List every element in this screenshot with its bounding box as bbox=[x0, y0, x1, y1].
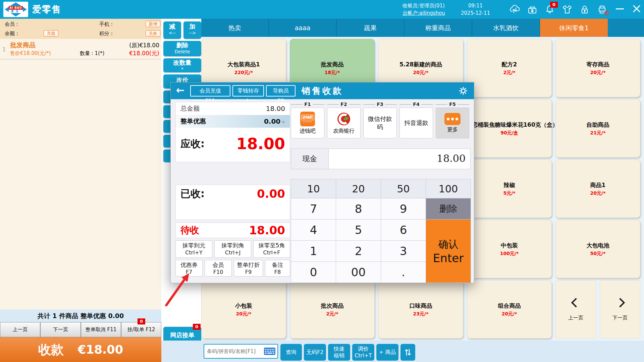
numpad-key-enter[interactable]: 确认 Enter bbox=[426, 220, 471, 283]
order-discount-button[interactable]: 整单打折 F9 bbox=[234, 260, 263, 277]
change-qty-button[interactable]: 改数量 * bbox=[163, 58, 201, 72]
void-order-button[interactable]: 整单取消 F11 bbox=[81, 322, 121, 337]
product-price: 18元/* bbox=[325, 70, 340, 76]
round-to-half-jiao-shortcut: Ctrl+F bbox=[254, 249, 290, 256]
time: 09:11 bbox=[456, 2, 495, 9]
product-name: 大包电池 bbox=[587, 242, 609, 249]
shirt-icon[interactable] bbox=[561, 4, 573, 15]
numpad-key-00[interactable]: 00 bbox=[336, 262, 381, 283]
payment-tile-douyin-refund[interactable]: F4 抖音退款 bbox=[399, 102, 433, 138]
product-card[interactable]: 口味商品 23元/* bbox=[378, 280, 463, 339]
product-card[interactable]: 组合商品 20元/* bbox=[467, 280, 552, 339]
payment-tile-jinqianba[interactable]: F1 进钱吧 Get Money 进钱吧 bbox=[291, 102, 324, 138]
payment-tile-wechat-code[interactable]: F3 微信付款码 bbox=[363, 102, 397, 138]
decrease-sub: <-- bbox=[163, 30, 181, 36]
printer-icon[interactable] bbox=[596, 4, 608, 15]
coupon-button[interactable]: 优惠券 F7 bbox=[175, 260, 203, 277]
product-card[interactable]: 批次商品 2元/* bbox=[290, 280, 375, 339]
tab-hot[interactable]: 热卖 bbox=[201, 19, 269, 37]
numpad-key-2[interactable]: 2 bbox=[336, 241, 381, 261]
numpad-key-dot[interactable]: . bbox=[381, 262, 426, 283]
payment-tile-more[interactable]: F5 更多 bbox=[436, 102, 469, 138]
round-to-jiao-button[interactable]: 抹零到角 Ctrl+J bbox=[214, 240, 251, 258]
product-card[interactable]: 小包装 20元/* bbox=[201, 280, 286, 339]
gear-icon[interactable] bbox=[458, 85, 469, 96]
add-product-button[interactable]: + 商品 bbox=[376, 344, 398, 361]
tab-drinks[interactable]: 水乳酒饮 bbox=[472, 19, 540, 37]
recharge-button[interactable]: 充值 bbox=[44, 30, 58, 37]
round-to-half-jiao-button[interactable]: 抹零至5角 Ctrl+F bbox=[253, 240, 290, 258]
adjust-price-button[interactable]: 调价 Ctrl+T bbox=[352, 344, 374, 361]
no-barcode-button[interactable]: 无码F2 bbox=[304, 344, 326, 361]
numpad-key-8[interactable]: 8 bbox=[336, 198, 381, 219]
adjust-price-line1: 调价 bbox=[358, 346, 369, 352]
cash-amount-input[interactable]: 18.00 bbox=[328, 148, 471, 169]
minimize-button[interactable] bbox=[616, 8, 624, 9]
round-to-jiao-shortcut: Ctrl+J bbox=[215, 249, 251, 256]
round-to-yuan-button[interactable]: 抹零到元 Ctrl+Y bbox=[175, 240, 212, 258]
cash-drawer-icon[interactable] bbox=[527, 4, 538, 15]
cart-item-quantity: 数量 : 1(*) bbox=[80, 50, 104, 57]
barcode-search-input[interactable] bbox=[206, 348, 264, 355]
remark-button[interactable]: 备注 F8 bbox=[265, 260, 290, 277]
remark-label: 备注 bbox=[265, 261, 290, 269]
sort-toggle-button[interactable] bbox=[400, 344, 415, 361]
product-card[interactable]: 大包电池 50元/* bbox=[555, 220, 640, 278]
cart-item-row[interactable]: 1 批发商品 (原)€18.00 售价€18.00(元/*) 数量 : 1(*)… bbox=[0, 40, 161, 59]
lock-icon[interactable] bbox=[579, 4, 590, 15]
hold-retrieve-button[interactable]: 挂/取单 F12 0 bbox=[121, 322, 161, 337]
numpad-key-0[interactable]: 0 bbox=[291, 262, 336, 283]
discount-label: 整单优惠 bbox=[180, 117, 206, 126]
close-button[interactable] bbox=[632, 4, 641, 15]
cart-next-page-button[interactable]: 下一页 bbox=[40, 322, 81, 337]
grid-next-page-button[interactable]: 下一页 bbox=[600, 280, 640, 339]
product-name: 大包装商品1 bbox=[227, 61, 260, 68]
tab-snacks-selected[interactable]: 休闲零食1 bbox=[540, 19, 608, 37]
add-member-button[interactable]: 新增 bbox=[146, 21, 160, 27]
product-card[interactable]: 商品1 20元/* bbox=[555, 160, 640, 218]
redeem-button[interactable]: 兑换 bbox=[146, 30, 160, 37]
tab-produce[interactable]: 蔬果 bbox=[337, 19, 405, 37]
checkout-button[interactable]: 收款 €18.00 bbox=[0, 337, 161, 362]
member-button[interactable]: 会员 F10 bbox=[205, 260, 232, 277]
barcode-search-box[interactable] bbox=[204, 344, 278, 359]
numpad-key-6[interactable]: 6 bbox=[381, 220, 426, 240]
product-price: 100元/* bbox=[500, 251, 519, 257]
product-name: 琴之恋桶装焦糖味爆米花160克（盒） bbox=[461, 121, 558, 129]
decrease-qty-button[interactable]: 减 <-- bbox=[163, 21, 181, 39]
increase-qty-button[interactable]: 加 --> bbox=[183, 21, 201, 39]
cloud-sync-icon[interactable] bbox=[509, 4, 521, 15]
product-card[interactable]: 琴之恋桶装焦糖味爆米花160克（盒） 90元/盒 bbox=[467, 99, 552, 158]
numpad-key-3[interactable]: 3 bbox=[381, 241, 426, 261]
numpad-key-10[interactable]: 10 bbox=[291, 179, 336, 198]
quick-verify-button[interactable]: 快速 核销 bbox=[328, 344, 350, 361]
numpad-key-100[interactable]: 100 bbox=[426, 179, 471, 198]
numpad-key-50[interactable]: 50 bbox=[381, 179, 426, 198]
grid-prev-page-button[interactable]: 上一页 bbox=[555, 280, 596, 339]
delete-label: 删除 bbox=[163, 42, 201, 49]
query-button[interactable]: 查询 bbox=[280, 344, 302, 361]
order-discount-row[interactable]: 整单优惠 0.00» bbox=[176, 115, 290, 128]
cloud-account-link[interactable]: 云帐户:ailingshou bbox=[402, 9, 456, 17]
keyboard-icon[interactable] bbox=[264, 348, 275, 355]
delete-line-button[interactable]: 删除 Delete bbox=[163, 41, 201, 56]
cart-prev-page-button[interactable]: 上一页 bbox=[0, 322, 40, 337]
numpad-key-7[interactable]: 7 bbox=[291, 198, 336, 219]
product-card[interactable]: 寄存商品 20元/* bbox=[555, 39, 640, 97]
product-card[interactable]: 辣椒 5元/* bbox=[467, 160, 552, 218]
numpad-key-5[interactable]: 5 bbox=[336, 220, 381, 240]
product-card[interactable]: 自助商品 21元/* bbox=[555, 99, 640, 158]
cart-item-original-price: (原)€18.00 bbox=[129, 42, 159, 49]
numpad-key-9[interactable]: 9 bbox=[381, 198, 426, 219]
due-label: 应收: bbox=[180, 137, 205, 151]
numpad-key-4[interactable]: 4 bbox=[291, 220, 336, 240]
tab-aaaa[interactable]: aaaa bbox=[269, 19, 337, 37]
bell-icon[interactable]: 0 bbox=[544, 4, 555, 15]
numpad-key-20[interactable]: 20 bbox=[336, 179, 381, 198]
numpad-key-1[interactable]: 1 bbox=[291, 241, 336, 261]
tab-weighed[interactable]: 称重商品 bbox=[405, 19, 472, 37]
payment-tile-bank[interactable]: F2 农商银行 bbox=[327, 102, 361, 138]
product-card[interactable]: 中包装 100元/* bbox=[467, 220, 552, 278]
product-card[interactable]: 配方2 2元/* bbox=[467, 39, 552, 97]
numpad-key-delete[interactable]: 删除 bbox=[426, 198, 471, 219]
